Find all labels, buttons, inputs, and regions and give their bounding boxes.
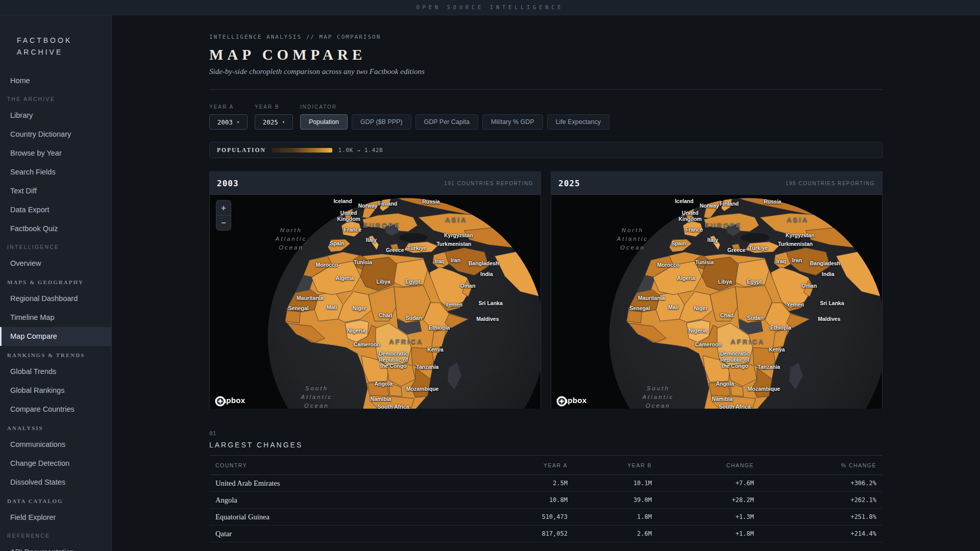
indicator-military-gdp[interactable]: Military % GDP [482,114,543,130]
table-cell: 39.0M [568,496,652,504]
year-a-label: YEAR A [209,104,248,110]
table-cell: 10.8M [483,496,568,504]
legend-range: 1.0K → 1.42B [338,147,383,153]
year-b-label: YEAR B [255,104,293,110]
section-title: LARGEST CHANGES [209,441,883,449]
column-header-change: % CHANGE [754,462,876,468]
mapbox-logo[interactable]: mapbox [215,396,245,405]
breadcrumb: INTELLIGENCE ANALYSIS // MAP COMPARISON [209,34,883,40]
table-cell: +1.8M [652,530,754,537]
mapbox-icon [556,396,567,407]
sidebar-item-data-export[interactable]: Data Export [0,201,111,219]
sidebar: FACTBOOK ARCHIVE HomeTHE ARCHIVELibraryC… [0,15,112,551]
year-a-select[interactable]: 2003 ▾ [209,114,248,130]
chevron-down-icon: ▾ [237,119,239,124]
sidebar-section-the-archive: THE ARCHIVE [0,96,111,102]
legend-bar: POPULATION 1.0K → 1.42B [209,142,883,158]
sidebar-section-rankings-trends: RANKINGS & TRENDS [0,352,111,358]
page-title: MAP COMPARE [209,46,883,63]
column-header-year-b: YEAR B [568,462,652,468]
page-subtitle: Side-by-side choropleth comparison acros… [209,67,883,76]
sidebar-item-global-trends[interactable]: Global Trends [0,362,111,381]
map-panel-year: 2003 [217,179,239,188]
brand-line1: FACTBOOK [17,35,111,46]
table-cell: 1.8M [568,513,652,520]
main-content: INTELLIGENCE ANALYSIS // MAP COMPARISON … [112,15,980,551]
map-panel: 2003 191 COUNTRIES REPORTING [209,171,541,409]
sidebar-item-communications[interactable]: Communications [0,435,111,454]
sidebar-nav: HomeTHE ARCHIVELibraryCountry Dictionary… [0,71,111,551]
brand-line2: ARCHIVE [17,46,111,58]
map-panel-header: 2025 195 COUNTRIES REPORTING [551,172,882,195]
indicator-population[interactable]: Population [300,114,348,130]
column-header-change: CHANGE [652,462,754,468]
sidebar-item-overview[interactable]: Overview [0,254,111,273]
choropleth-globe-map[interactable]: + − mapbox NorthAtlanticOceanSouthAtlant… [210,195,541,409]
table-cell: Qatar [215,530,483,538]
sidebar-item-search-fields[interactable]: Search Fields [0,163,111,182]
sidebar-item-compare-countries[interactable]: Compare Countries [0,400,111,419]
map-zoom-controls: + − [216,200,231,231]
year-b-value: 2025 [263,118,278,126]
sidebar-item-text-diff[interactable]: Text Diff [0,182,111,201]
globe-map-svg [210,195,541,409]
column-header-year-a: YEAR A [483,462,568,468]
table-cell: 2.6M [568,530,652,537]
sidebar-section-data-catalog: DATA CATALOG [0,498,111,504]
map-panel-year: 2025 [558,179,580,188]
sidebar-item-global-rankings[interactable]: Global Rankings [0,381,111,400]
sidebar-item-change-detection[interactable]: Change Detection [0,454,111,473]
mapbox-logo[interactable]: mapbox [556,396,586,405]
map-panel-reporting-count: 191 COUNTRIES REPORTING [444,181,533,186]
zoom-out-button[interactable]: − [216,215,231,230]
divider [209,89,883,90]
indicator-gdp-per-capita[interactable]: GDP Per Capita [415,114,478,130]
zoom-in-button[interactable]: + [216,201,231,215]
sidebar-item-country-dictionary[interactable]: Country Dictionary [0,125,111,144]
table-row-angola: Angola10.8M39.0M+28.2M+262.1% [209,492,883,509]
app-brand: FACTBOOK ARCHIVE [0,15,111,58]
indicator-gdp-b-ppp[interactable]: GDP ($B PPP) [352,114,411,130]
year-a-value: 2003 [217,118,233,126]
section-index: 01 [209,430,883,437]
table-cell: +262.1% [754,496,876,504]
sidebar-item-library[interactable]: Library [0,106,111,125]
sidebar-section-intelligence: INTELLIGENCE [0,244,111,250]
table-cell: +28.2M [652,496,754,504]
indicator-life-expectancy[interactable]: Life Expectancy [547,114,609,130]
sidebar-item-timeline-map[interactable]: Timeline Map [0,308,111,327]
sidebar-item-browse-by-year[interactable]: Browse by Year [0,144,111,163]
sidebar-item-api-documentation[interactable]: API Documentation [0,543,111,551]
sidebar-item-dissolved-states[interactable]: Dissolved States [0,473,111,492]
map-panel-header: 2003 191 COUNTRIES REPORTING [210,172,541,195]
sidebar-item-regional-dashboard[interactable]: Regional Dashboard [0,289,111,308]
topbar-title: OPEN SOURCE INTELLIGENCE [416,5,564,10]
table-cell: +214.4% [754,530,876,537]
choropleth-globe-map[interactable]: + − mapbox NorthAtlanticOceanSouthAtlant… [551,195,882,409]
table-row-equatorial-guinea: Equatorial Guinea510,4731.8M+1.3M+251.8% [209,509,883,525]
sidebar-item-home[interactable]: Home [0,71,111,90]
table-cell: +7.6M [652,480,754,487]
largest-changes-table: COUNTRYYEAR AYEAR BCHANGE% CHANGEUnited … [209,455,883,542]
map-panel: 2025 195 COUNTRIES REPORTING [551,171,883,409]
table-header-row: COUNTRYYEAR AYEAR BCHANGE% CHANGE [209,456,883,475]
sidebar-section-analysis: ANALYSIS [0,425,111,431]
table-cell: 510,473 [483,513,568,520]
table-row-qatar: Qatar817,0522.6M+1.8M+214.4% [209,525,883,542]
controls-row: YEAR A 2003 ▾ YEAR B 2025 ▾ INDICATOR Po… [209,104,883,130]
table-cell: Angola [215,496,483,505]
map-panel-reporting-count: 195 COUNTRIES REPORTING [786,181,875,186]
globe-map-svg [551,195,882,409]
year-b-select[interactable]: 2025 ▾ [255,114,293,130]
legend-label: POPULATION [217,147,266,153]
sidebar-item-factbook-quiz[interactable]: Factbook Quiz [0,219,111,238]
table-cell: +306.2% [754,480,876,487]
sidebar-item-field-explorer[interactable]: Field Explorer [0,508,111,527]
indicator-chips: PopulationGDP ($B PPP)GDP Per CapitaMili… [300,114,609,130]
sidebar-section-reference: REFERENCE [0,533,111,539]
legend-gradient [272,148,332,153]
mapbox-icon [215,396,226,407]
table-cell: +251.8% [754,513,876,520]
sidebar-item-map-compare[interactable]: Map Compare [0,327,111,346]
topbar: OPEN SOURCE INTELLIGENCE [0,0,980,15]
